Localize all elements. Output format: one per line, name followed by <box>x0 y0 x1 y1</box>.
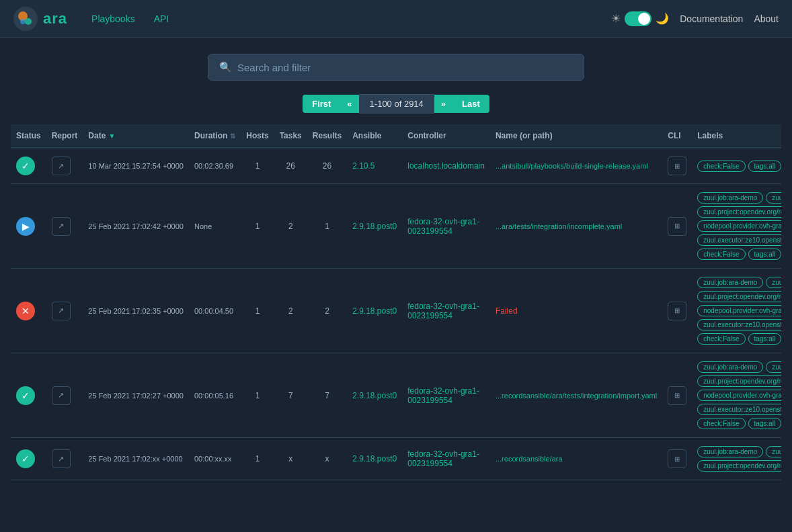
status-icon: ▶ <box>16 217 35 236</box>
labels-container: zuul.job:ara-demozuul.pipeline:postzuul.… <box>697 446 781 472</box>
label-tag[interactable]: tags:all <box>748 333 781 345</box>
labels-container: zuul.job:ara-demozuul.pipeline:postzuul.… <box>697 277 781 345</box>
report-link[interactable]: ↗ <box>52 302 71 320</box>
row-ansible[interactable]: 2.9.18.post0 <box>347 269 402 353</box>
row-path[interactable]: ...recordsansible/ara/tests/integration/… <box>490 353 662 438</box>
label-tag[interactable]: zuul.pipeline:post <box>766 192 781 204</box>
report-link[interactable]: ↗ <box>52 217 71 236</box>
label-tag[interactable]: nodepool.provider:ovh-gra1 <box>697 220 781 232</box>
path-link[interactable]: ...antsibull/playbooks/build-single-rele… <box>496 162 648 170</box>
controller-link[interactable]: fedora-32-ovh-gra1-0023199554 <box>407 302 479 320</box>
label-tag[interactable]: zuul.job:ara-demo <box>697 277 763 288</box>
controller-link[interactable]: fedora-32-ovh-gra1-0023199554 <box>407 386 479 405</box>
cli-button[interactable]: ⊞ <box>668 449 686 468</box>
table-body: ✓↗10 Mar 2021 15:27:54 +000000:02:30.691… <box>11 148 781 480</box>
row-path[interactable]: Failed <box>490 269 662 353</box>
label-tag[interactable]: check:False <box>697 333 745 345</box>
ansible-version-link[interactable]: 2.9.18.post0 <box>352 454 397 463</box>
theme-toggle-track[interactable] <box>625 11 651 26</box>
row-cli[interactable]: ⊞ <box>662 353 692 438</box>
row-ansible[interactable]: 2.10.5 <box>347 148 402 184</box>
label-tag[interactable]: zuul.executor:ze10.openstack.org <box>697 319 781 330</box>
search-bar[interactable]: 🔍 Search and filter <box>208 54 584 81</box>
ansible-version-link[interactable]: 2.9.18.post0 <box>352 306 397 316</box>
label-tag[interactable]: nodepool.provider:ovh-gra1 <box>697 305 781 316</box>
cli-button[interactable]: ⊞ <box>668 217 686 236</box>
cli-button[interactable]: ⊞ <box>668 386 686 405</box>
nav-playbooks[interactable]: Playbooks <box>83 9 143 28</box>
cli-button[interactable]: ⊞ <box>668 157 686 175</box>
ansible-version-link[interactable]: 2.9.18.post0 <box>352 391 397 400</box>
first-page-button[interactable]: First <box>303 95 340 113</box>
nav-api[interactable]: API <box>146 9 177 28</box>
status-icon: ✓ <box>16 386 35 405</box>
row-ansible[interactable]: 2.9.18.post0 <box>347 353 402 438</box>
label-tag[interactable]: zuul.job:ara-demo <box>697 361 763 373</box>
label-tag[interactable]: zuul.executor:ze10.openstack.org <box>697 234 781 246</box>
controller-link[interactable]: fedora-32-ovh-gra1-0023199554 <box>407 449 479 468</box>
labels-container: zuul.job:ara-demozuul.pipeline:postzuul.… <box>697 361 781 429</box>
label-tag[interactable]: tags:all <box>748 418 781 429</box>
row-controller[interactable]: fedora-32-ovh-gra1-0023199554 <box>402 438 490 480</box>
report-link[interactable]: ↗ <box>52 386 71 405</box>
prev-page-button[interactable]: « <box>340 95 358 113</box>
row-controller[interactable]: fedora-32-ovh-gra1-0023199554 <box>402 269 490 353</box>
documentation-link[interactable]: Documentation <box>680 13 743 24</box>
row-report-cell[interactable]: ↗ <box>46 269 83 353</box>
label-tag[interactable]: zuul.project:opendev.org/recordsansible/… <box>697 291 781 302</box>
row-controller[interactable]: localhost.localdomain <box>402 148 490 184</box>
path-link[interactable]: ...ara/tests/integration/incomplete.yaml <box>496 222 622 230</box>
label-tag[interactable]: zuul.job:ara-demo <box>697 192 763 204</box>
row-status-cell: ✓ <box>11 438 46 480</box>
ansible-version-link[interactable]: 2.9.18.post0 <box>352 222 397 231</box>
row-controller[interactable]: fedora-32-ovh-gra1-0023199554 <box>402 184 490 269</box>
controller-link[interactable]: fedora-32-ovh-gra1-0023199554 <box>407 217 479 236</box>
about-link[interactable]: About <box>754 13 779 24</box>
row-report-cell[interactable]: ↗ <box>46 353 83 438</box>
row-date: 25 Feb 2021 17:02:xx +0000 <box>83 438 189 480</box>
search-icon: 🔍 <box>219 61 232 73</box>
label-tag[interactable]: zuul.pipeline:post <box>766 446 781 457</box>
row-ansible[interactable]: 2.9.18.post0 <box>347 438 402 480</box>
report-link[interactable]: ↗ <box>52 157 71 175</box>
label-tag[interactable]: check:False <box>697 418 745 429</box>
row-cli[interactable]: ⊞ <box>662 148 692 184</box>
row-ansible[interactable]: 2.9.18.post0 <box>347 184 402 269</box>
row-controller[interactable]: fedora-32-ovh-gra1-0023199554 <box>402 353 490 438</box>
row-report-cell[interactable]: ↗ <box>46 438 83 480</box>
row-path[interactable]: ...antsibull/playbooks/build-single-rele… <box>490 148 662 184</box>
label-tag[interactable]: zuul.pipeline:post <box>766 277 781 288</box>
controller-link[interactable]: localhost.localdomain <box>407 161 485 171</box>
next-page-button[interactable]: » <box>434 95 452 113</box>
label-tag[interactable]: zuul.pipeline:post <box>766 361 781 373</box>
path-link[interactable]: ...recordsansible/ara/tests/integration/… <box>496 392 657 400</box>
path-link[interactable]: ...recordsansible/ara <box>496 455 563 463</box>
label-tag[interactable]: zuul.job:ara-demo <box>697 446 763 457</box>
label-tag[interactable]: zuul.executor:ze10.openstack.org <box>697 404 781 415</box>
label-tag[interactable]: check:False <box>697 161 745 172</box>
col-date[interactable]: Date▼ <box>83 124 189 148</box>
report-link[interactable]: ↗ <box>52 449 71 468</box>
ansible-version-link[interactable]: 2.10.5 <box>352 161 374 171</box>
row-report-cell[interactable]: ↗ <box>46 148 83 184</box>
logo-icon <box>13 7 38 31</box>
label-tag[interactable]: zuul.project:opendev.org/recordsansible/… <box>697 206 781 218</box>
col-report: Report <box>46 124 83 148</box>
row-report-cell[interactable]: ↗ <box>46 184 83 269</box>
label-tag[interactable]: check:False <box>697 249 745 260</box>
last-page-button[interactable]: Last <box>452 95 489 113</box>
row-cli[interactable]: ⊞ <box>662 184 692 269</box>
header: ara Playbooks API ☀ 🌙 Documentation Abou… <box>0 0 792 38</box>
label-tag[interactable]: tags:all <box>748 161 781 172</box>
row-path[interactable]: ...recordsansible/ara <box>490 438 662 480</box>
row-cli[interactable]: ⊞ <box>662 438 692 480</box>
cli-button[interactable]: ⊞ <box>668 302 686 320</box>
label-tag[interactable]: zuul.project:opendev.org/recordsansible/… <box>697 460 781 472</box>
row-cli[interactable]: ⊞ <box>662 269 692 353</box>
label-tag[interactable]: tags:all <box>748 249 781 260</box>
table-row: ✓↗10 Mar 2021 15:27:54 +000000:02:30.691… <box>11 148 781 184</box>
label-tag[interactable]: nodepool.provider:ovh-gra1 <box>697 390 781 401</box>
row-path[interactable]: ...ara/tests/integration/incomplete.yaml <box>490 184 662 269</box>
col-duration[interactable]: Duration⇅ <box>189 124 241 148</box>
label-tag[interactable]: zuul.project:opendev.org/recordsansible/… <box>697 375 781 387</box>
